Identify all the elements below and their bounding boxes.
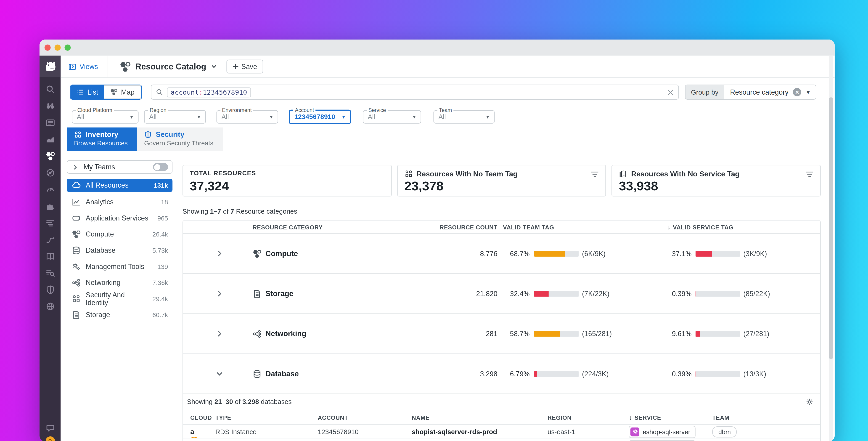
database-icon [253,369,261,378]
filter-cloud-platform[interactable]: Cloud Platform All ▼ [72,110,138,123]
column-region[interactable]: REGION [548,414,629,421]
service-tag-pct: 0.39% [667,290,692,297]
sidebar-item-networking[interactable]: Networking 7.36k [67,274,173,291]
table-row-networking[interactable]: Networking 281 58.7% (165/281) 9.61% [183,314,820,354]
clear-group-by-icon[interactable]: ✕ [793,88,801,96]
column-valid-service-tag[interactable]: VALID SERVICE TAG [667,223,822,231]
watchdog-icon[interactable] [45,101,55,111]
sidebar-item-all-resources[interactable]: All Resources 131k [67,179,173,192]
sidebar-item-application-services[interactable]: Application Services 965 [67,210,173,226]
zoom-window-button[interactable] [65,45,71,51]
list-view-button[interactable]: List [70,85,104,99]
search-query-token[interactable]: account:12345678910 [167,87,251,97]
datadog-logo[interactable] [39,56,61,77]
column-resource-count[interactable]: RESOURCE COUNT [431,224,497,230]
my-teams-toggle-row[interactable]: My Teams [67,160,173,174]
filter-icon[interactable] [591,171,599,177]
group-by-select[interactable]: Resource category ✕ ▼ [724,85,816,99]
token-key: account [170,88,199,96]
service-tag-fraction: (27/281) [743,330,769,337]
network-map-icon[interactable] [45,302,55,311]
dashboards-icon[interactable] [45,118,55,127]
sidebar-item-label: Networking [86,278,120,286]
service-tag-pill[interactable]: eshop-sql-server [629,425,695,438]
sort-desc-icon [667,223,671,231]
filter-account[interactable]: Account 12345678910 ▼ [289,110,351,124]
left-nav-rail: ? [39,56,61,441]
metrics-icon[interactable] [45,135,55,144]
sidebar-item-analytics[interactable]: Analytics 18 [67,194,173,210]
chevron-down-icon [211,63,217,70]
inventory-icon [74,130,82,138]
apm-icon[interactable] [45,185,55,194]
page-title-block[interactable]: Resource Catalog [120,61,217,72]
app-security-icon[interactable] [45,285,55,294]
clear-search-icon[interactable] [667,89,674,95]
resource-catalog-icon[interactable] [45,151,55,161]
integrations-icon[interactable] [45,202,55,211]
database-row[interactable]: a RDS Instance 12345678910 shopist-sqlse… [183,425,820,439]
table-row-storage[interactable]: Storage 21,820 32.4% (7K/22K) 0.39% [183,274,820,314]
expand-chevron-right-icon[interactable] [216,250,223,257]
column-resource-category[interactable]: RESOURCE CATEGORY [253,224,431,230]
help-avatar[interactable]: ? [45,436,55,441]
list-icon [77,88,84,96]
views-button[interactable]: Views [61,56,107,78]
sidebar-item-security-and-identity[interactable]: Security And Identity 29.4k [67,291,173,307]
view-mode-toggle: List Map [70,85,142,99]
table-row-compute[interactable]: Compute 8,776 68.7% (6K/9K) 37.1% [183,234,820,274]
category-sidebar: My Teams All Resources 131k Anal [67,151,173,441]
filter-icon[interactable] [806,171,813,177]
network-icon [72,278,81,287]
save-button[interactable]: Save [226,60,264,74]
collapse-chevron-down-icon[interactable] [216,370,223,378]
pipelines-icon[interactable] [45,235,55,244]
expand-chevron-right-icon[interactable] [216,330,223,337]
sidebar-item-label: Analytics [86,198,114,206]
sidebar-item-compute[interactable]: Compute 26.4k [67,226,173,242]
sort-desc-icon [629,414,632,421]
search-input[interactable]: account:12345678910 [151,85,679,99]
service-tag-pill[interactable]: eshop-sql-server [629,440,695,441]
scrollbar-thumb[interactable] [829,97,833,359]
filter-environment[interactable]: Environment All ▼ [217,110,278,123]
search-icon[interactable] [45,85,55,94]
column-cloud[interactable]: CLOUD [190,414,215,421]
tab-inventory[interactable]: Inventory Browse Resources [67,127,137,151]
table-settings-gear-icon[interactable] [806,398,813,406]
my-teams-switch[interactable] [153,163,168,171]
map-view-button[interactable]: Map [104,85,142,99]
service-tag-pct: 9.61% [667,330,692,337]
filter-team[interactable]: Team All ▼ [434,110,495,123]
synthetics-icon[interactable] [45,168,55,178]
audit-trail-icon[interactable] [45,268,55,277]
db-name[interactable]: shopist-sqlserver-rds-prod [412,428,548,436]
column-service[interactable]: SERVICE [629,414,712,421]
sidebar-item-database[interactable]: Database 5.73k [67,242,173,259]
tab-security[interactable]: Security Govern Security Threats [137,127,223,151]
logs-icon[interactable] [45,218,55,228]
filter-service[interactable]: Service All ▼ [363,110,421,123]
database-row[interactable]: a RDS Instance 12345678910 shopist-sqlse… [183,439,820,441]
column-account[interactable]: ACCOUNT [318,414,412,421]
token-separator: : [199,88,203,96]
column-name[interactable]: NAME [412,414,548,421]
tabs: Inventory Browse Resources Security Gove… [67,127,835,151]
team-tag-pct: 58.7% [497,330,530,337]
filter-region[interactable]: Region All ▼ [144,110,206,123]
service-gear-icon [630,427,639,436]
sidebar-item-management-tools[interactable]: Management Tools 139 [67,258,173,274]
column-type[interactable]: TYPE [215,414,318,421]
sidebar-item-count: 139 [157,263,168,270]
team-tag-pill[interactable]: dbm [712,426,737,437]
close-window-button[interactable] [44,45,51,51]
column-valid-team-tag[interactable]: VALID TEAM TAG [497,224,667,230]
chat-icon[interactable] [45,423,55,433]
column-team[interactable]: TEAM [712,414,820,421]
team-tag-fraction: (6K/9K) [582,249,606,257]
minimize-window-button[interactable] [55,45,61,51]
notebooks-icon[interactable] [45,252,55,261]
table-row-database[interactable]: Database 3,298 6.79% (224/3K) 0.39% [183,354,820,394]
sidebar-item-storage[interactable]: Storage 60.7k [67,307,173,323]
expand-chevron-right-icon[interactable] [216,290,223,297]
